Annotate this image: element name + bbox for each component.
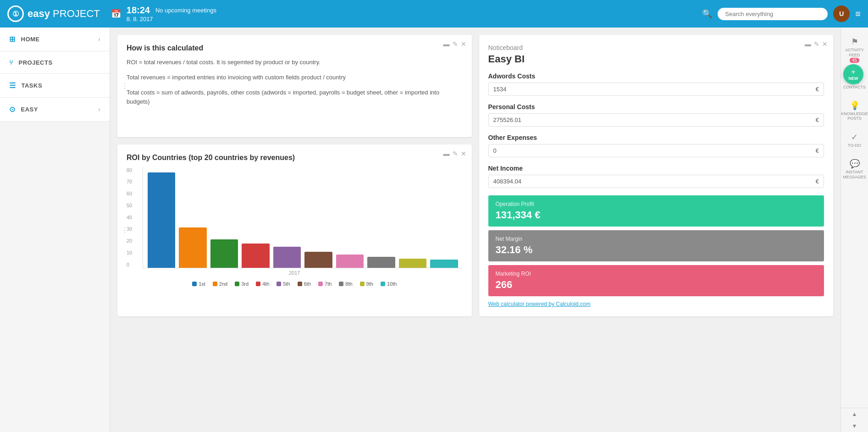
scroll-up-button[interactable]: ▲ [841, 408, 868, 420]
net-income-value[interactable]: 408394.04 [493, 178, 816, 185]
personal-costs-value[interactable]: 275526.01 [493, 116, 816, 123]
legend-9th: 9th [360, 281, 373, 287]
scroll-down-button[interactable]: ▼ [841, 420, 868, 432]
noticeboard-section-title: Noticeboard [488, 44, 824, 51]
close-button-roi[interactable]: ✕ [461, 150, 466, 157]
legend-dot-5th [276, 282, 281, 286]
to-do-label: TO-DO [848, 143, 861, 148]
chart-legend: 1st 2nd 3rd 4th 5th [127, 281, 463, 287]
how-calculated-title: How is this calculated [127, 44, 463, 52]
card-actions-how: ▬ ✎ ✕ [443, 40, 466, 48]
net-income-group: Net Income 408394.04 € [488, 165, 824, 188]
minimize-button-how[interactable]: ▬ [443, 40, 450, 48]
bar-10th [430, 260, 458, 268]
close-button-nb[interactable]: ✕ [822, 40, 828, 48]
calculoid-link[interactable]: Web calculator powered by Calculoid.com [488, 301, 824, 307]
net-margin-value: 32.16 % [496, 244, 817, 256]
operation-profit-card: Operation Profit 131,334 € [488, 195, 824, 227]
bar-2nd [179, 227, 206, 268]
operation-profit-label: Operation Profit [496, 201, 817, 207]
net-income-currency: € [816, 178, 819, 185]
legend-7th: 7th [318, 281, 332, 287]
right-panel: ⚑ ACTIVITYFEED 45 👤 CONTACTS 💡 KNOWLEDGE… [840, 28, 868, 432]
sidebar-item-home[interactable]: ⊞ HOME › [0, 28, 110, 51]
knowledge-posts-icon: 💡 [850, 100, 860, 111]
chevron-right-icon: › [99, 36, 101, 43]
projects-icon: ⑂ [9, 59, 13, 66]
topbar-meeting: No upcoming meetings [155, 7, 216, 14]
personal-costs-group: Personal Costs 275526.01 € [488, 103, 824, 127]
edit-button-nb[interactable]: ✎ [814, 40, 819, 48]
main-layout: ⊞ HOME › ⑂ PROJECTS ☰ TASKS ⊙ EASY › ⋮ ▬… [0, 28, 868, 432]
legend-4th: 4th [256, 281, 269, 287]
topbar: ① easy PROJECT 📅 18:24 No upcoming meeti… [0, 0, 868, 28]
minimize-button-nb[interactable]: ▬ [805, 40, 811, 48]
legend-dot-8th [339, 282, 343, 286]
sidebar-item-easy[interactable]: ⊙ EASY › [0, 98, 110, 122]
close-button-how[interactable]: ✕ [461, 40, 466, 48]
legend-dot-4th [256, 282, 260, 286]
edit-button-roi[interactable]: ✎ [453, 150, 458, 157]
fab-plus-icon: + [851, 68, 855, 76]
y-axis: 0 10 20 30 40 50 60 70 80 [127, 167, 143, 268]
legend-6th: 6th [298, 281, 311, 287]
fab-new-button[interactable]: + NEW [843, 64, 863, 84]
marketing-roi-value: 266 [496, 279, 817, 291]
how-calculated-card: ⋮ ▬ ✎ ✕ How is this calculated ROI = tot… [117, 35, 472, 137]
topbar-right: 🔍 U ≡ [702, 6, 861, 22]
legend-dot-7th [318, 282, 323, 286]
legend-dot-1st [192, 282, 197, 286]
other-expenses-label: Other Expenses [488, 134, 824, 141]
other-expenses-value[interactable]: 0 [493, 147, 816, 154]
legend-dot-2nd [213, 282, 217, 286]
legend-dot-10th [381, 282, 385, 286]
roi-chart-title: ROI by Countries (top 20 countries by re… [127, 154, 463, 162]
adwords-costs-label: Adwords Costs [488, 72, 824, 80]
search-icon[interactable]: 🔍 [702, 9, 712, 19]
adwords-costs-group: Adwords Costs 1534 € [488, 72, 824, 96]
edit-button-how[interactable]: ✎ [453, 40, 458, 48]
bar-8th [367, 257, 395, 268]
legend-10th: 10th [381, 281, 397, 287]
how-calculated-line1: ROI = total revenues / total costs. It i… [127, 58, 463, 67]
instant-messages-button[interactable]: 💬 INSTANTMESSAGES [841, 153, 868, 185]
knowledge-posts-label: KNOWLEDGEPOSTS [841, 111, 868, 122]
content-area: ⋮ ▬ ✎ ✕ How is this calculated ROI = tot… [110, 28, 840, 432]
hamburger-icon[interactable]: ≡ [855, 9, 861, 19]
adwords-costs-currency: € [816, 86, 819, 93]
noticeboard-card: ▬ ✎ ✕ Noticeboard Easy BI Adwords Costs … [479, 35, 834, 316]
drag-handle[interactable]: ⋮ [121, 82, 128, 90]
topbar-date: 8. 8. 2017 [127, 16, 216, 22]
net-margin-card: Net Margin 32.16 % [488, 230, 824, 261]
logo: ① easy PROJECT [7, 6, 100, 22]
bar-chart-bars [143, 167, 463, 268]
adwords-costs-value[interactable]: 1534 [493, 86, 816, 93]
net-margin-label: Net Margin [496, 236, 817, 242]
tasks-icon: ☰ [9, 81, 16, 90]
minimize-button-roi[interactable]: ▬ [443, 150, 450, 157]
chevron-right-icon-easy: › [99, 106, 101, 113]
personal-costs-currency: € [816, 116, 819, 123]
knowledge-posts-button[interactable]: 💡 KNOWLEDGEPOSTS [841, 95, 868, 127]
bar-1st [148, 172, 175, 268]
topbar-time: 18:24 [127, 5, 150, 16]
instant-messages-label: INSTANTMESSAGES [843, 170, 866, 180]
net-income-label: Net Income [488, 165, 824, 172]
roi-chart-card: ⋮ ▬ ✎ ✕ ROI by Countries (top 20 countri… [117, 144, 472, 316]
easy-icon: ⊙ [9, 105, 16, 114]
to-do-button[interactable]: ✓ TO-DO [841, 127, 868, 153]
marketing-roi-card: Marketing ROI 266 [488, 265, 824, 296]
chart-area: 0 10 20 30 40 50 60 70 80 [127, 167, 463, 276]
instant-messages-icon: 💬 [850, 159, 860, 169]
legend-dot-6th [298, 282, 302, 286]
legend-1st: 1st [192, 281, 205, 287]
legend-5th: 5th [276, 281, 290, 287]
search-input[interactable] [718, 8, 828, 20]
bar-4th [242, 244, 269, 268]
bar-7th [336, 255, 364, 267]
avatar[interactable]: U [833, 6, 850, 22]
how-calculated-line3: Total costs = sum of adwords, payrolls, … [127, 88, 463, 107]
sidebar-item-tasks[interactable]: ☰ TASKS [0, 74, 110, 98]
sidebar-item-projects[interactable]: ⑂ PROJECTS [0, 51, 110, 74]
activity-feed-button[interactable]: ⚑ ACTIVITYFEED 45 [841, 31, 868, 68]
